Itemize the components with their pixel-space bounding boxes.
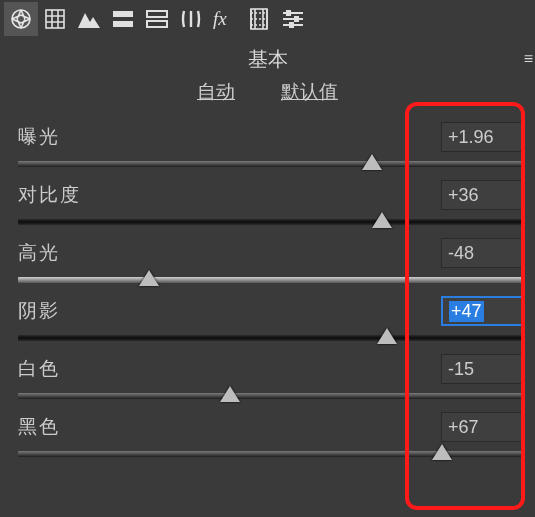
value-text: +67 [448, 417, 479, 438]
value-text: +1.96 [448, 127, 494, 148]
value-input[interactable]: +36 [441, 180, 523, 210]
value-input[interactable]: -15 [441, 354, 523, 384]
svg-rect-5 [147, 21, 167, 27]
svg-rect-3 [113, 21, 133, 27]
sliders-panel: 曝光+1.96对比度+36高光-48阴影+47白色-15黑色+67 [0, 115, 535, 463]
slider-thumb[interactable] [377, 328, 397, 344]
slider-bar [18, 335, 523, 341]
svg-rect-9 [295, 17, 298, 21]
slider-track[interactable] [18, 447, 523, 461]
svg-rect-2 [113, 11, 133, 17]
slider-row: 黑色+67 [18, 405, 523, 463]
slider-row-top: 黑色+67 [18, 409, 523, 445]
slider-thumb[interactable] [139, 270, 159, 286]
slider-row: 阴影+47 [18, 289, 523, 347]
slider-row: 曝光+1.96 [18, 115, 523, 173]
aperture-icon[interactable] [4, 2, 38, 36]
svg-rect-4 [147, 11, 167, 17]
slider-bar [18, 161, 523, 167]
slider-label: 黑色 [18, 414, 60, 440]
value-input[interactable]: +47 [441, 296, 523, 326]
fx-icon[interactable]: fx [208, 2, 242, 36]
default-link[interactable]: 默认值 [281, 79, 338, 105]
slider-bar [18, 277, 523, 283]
auto-link[interactable]: 自动 [197, 79, 235, 105]
slider-label: 曝光 [18, 124, 60, 150]
slider-track[interactable] [18, 157, 523, 171]
slider-label: 阴影 [18, 298, 60, 324]
slider-track[interactable] [18, 389, 523, 403]
svg-text:fx: fx [213, 8, 227, 29]
filmstrip-icon[interactable] [242, 2, 276, 36]
svg-rect-10 [290, 23, 293, 27]
svg-rect-1 [46, 10, 64, 28]
slider-track[interactable] [18, 215, 523, 229]
rows-outline-icon[interactable] [140, 2, 174, 36]
grid-icon[interactable] [38, 2, 72, 36]
slider-row-top: 高光-48 [18, 235, 523, 271]
slider-row-top: 曝光+1.96 [18, 119, 523, 155]
panel-title-text: 基本 [248, 48, 288, 70]
slider-label: 对比度 [18, 182, 81, 208]
panel-title: 基本 ≡ [0, 38, 535, 79]
mountain-icon[interactable] [72, 2, 106, 36]
slider-thumb[interactable] [432, 444, 452, 460]
value-text: -48 [448, 243, 474, 264]
slider-label: 高光 [18, 240, 60, 266]
value-text: +47 [449, 301, 484, 322]
slider-row-top: 对比度+36 [18, 177, 523, 213]
value-input[interactable]: -48 [441, 238, 523, 268]
toolbar: fx [0, 0, 535, 38]
rows-solid-icon[interactable] [106, 2, 140, 36]
slider-row-top: 阴影+47 [18, 293, 523, 329]
slider-row: 白色-15 [18, 347, 523, 405]
value-input[interactable]: +67 [441, 412, 523, 442]
svg-point-0 [12, 10, 30, 28]
svg-rect-8 [287, 11, 290, 15]
slider-bar [18, 219, 523, 225]
slider-track[interactable] [18, 273, 523, 287]
slider-row: 高光-48 [18, 231, 523, 289]
panel-menu-icon[interactable]: ≡ [524, 50, 531, 68]
slider-thumb[interactable] [220, 386, 240, 402]
sub-links: 自动 默认值 [0, 79, 535, 115]
slider-label: 白色 [18, 356, 60, 382]
slider-track[interactable] [18, 331, 523, 345]
sliders-icon[interactable] [276, 2, 310, 36]
slider-thumb[interactable] [362, 154, 382, 170]
value-input[interactable]: +1.96 [441, 122, 523, 152]
columns-icon[interactable] [174, 2, 208, 36]
slider-row: 对比度+36 [18, 173, 523, 231]
slider-thumb[interactable] [372, 212, 392, 228]
value-text: -15 [448, 359, 474, 380]
slider-row-top: 白色-15 [18, 351, 523, 387]
value-text: +36 [448, 185, 479, 206]
slider-bar [18, 393, 523, 399]
